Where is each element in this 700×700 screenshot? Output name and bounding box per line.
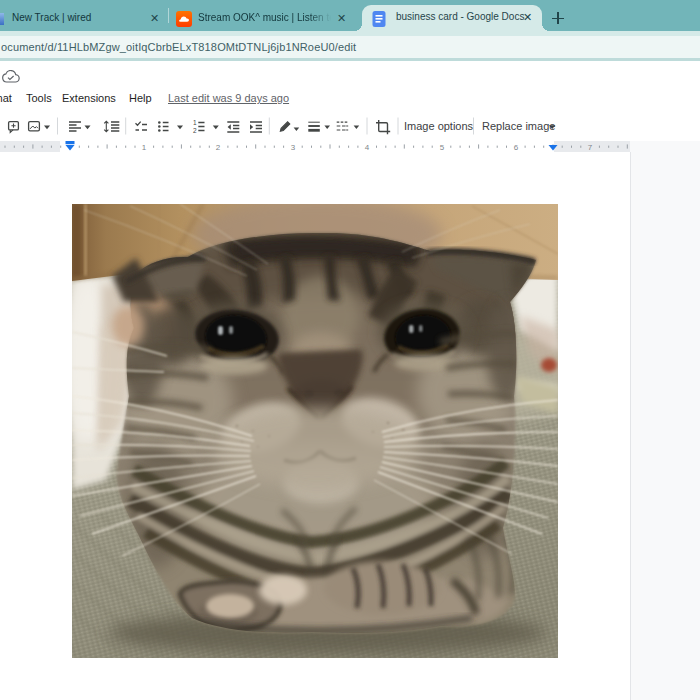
svg-text:2: 2 <box>193 127 197 134</box>
svg-text:6: 6 <box>514 143 519 152</box>
svg-text:4: 4 <box>365 143 370 152</box>
svg-text:1: 1 <box>142 143 147 152</box>
svg-text:7: 7 <box>588 143 593 152</box>
svg-text:1: 1 <box>193 119 197 126</box>
svg-text:5: 5 <box>440 143 445 152</box>
svg-text:2: 2 <box>216 143 221 152</box>
svg-text:3: 3 <box>291 143 296 152</box>
